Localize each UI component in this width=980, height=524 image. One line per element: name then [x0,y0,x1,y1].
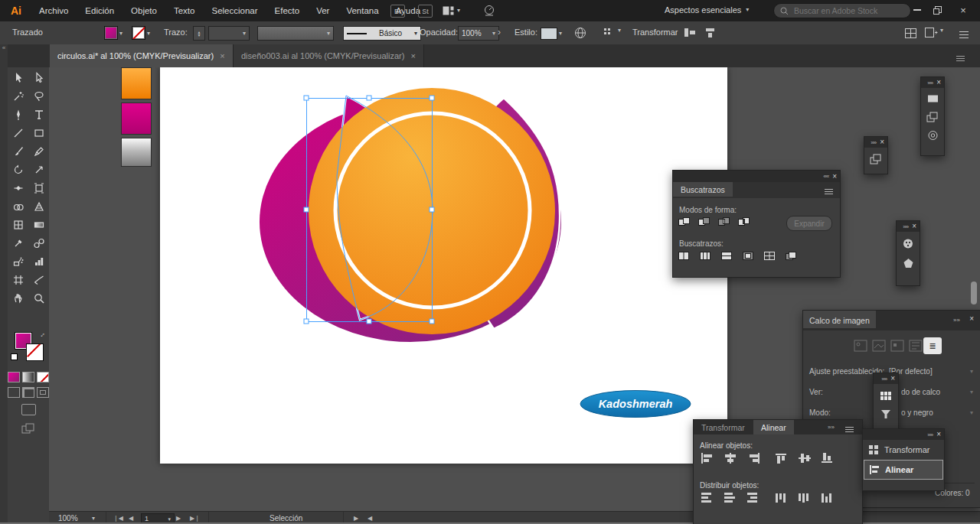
panel-menu-icon[interactable] [844,423,854,437]
gradient-swatch-orange[interactable] [121,67,152,99]
artboard-panel-icon[interactable] [923,90,942,107]
align-left-icon[interactable] [700,452,715,467]
close-icon[interactable]: × [832,173,837,181]
collapse-dock-icon[interactable]: « [2,44,5,51]
expand-icon[interactable]: »» [871,139,876,146]
unite-icon[interactable] [678,216,691,227]
control-menu-icon[interactable] [959,28,969,42]
view-value[interactable]: do de calco [901,388,940,396]
zoom-chevron-icon[interactable]: ▾ [92,516,95,522]
first-artboard-icon[interactable]: ❘◀ [113,515,123,522]
image-trace-tab[interactable]: Calco de imagen [803,311,876,328]
tool-varita-magica[interactable] [8,87,28,106]
graphic-style-swatch[interactable] [541,28,557,40]
close-icon[interactable]: × [880,138,884,146]
tool-seleccion-directa[interactable] [28,69,49,87]
panel-menu-icon[interactable] [824,185,834,199]
gradient-swatch-silver[interactable] [121,138,152,167]
menu-texto[interactable]: Texto [165,6,204,15]
search-input[interactable] [792,5,887,16]
expand-icon[interactable]: »» [881,376,887,382]
distribute-top-icon[interactable] [700,492,715,507]
menu-efecto[interactable]: Efecto [266,6,309,15]
expand-button[interactable]: Expandir [786,216,832,231]
pathfinder-tab[interactable]: Buscatrazos [673,182,733,197]
tool-creador-formas[interactable] [8,197,28,216]
tool-seleccion[interactable] [8,69,28,87]
tabbar-menu-icon[interactable] [956,52,965,66]
stroke-width-select[interactable]: ▾ [208,26,250,41]
tool-transformacion-libre[interactable] [28,179,49,197]
menu-archivo[interactable]: Archivo [31,6,77,15]
cloud-panel-icon[interactable] [923,127,942,144]
draw-behind-icon[interactable] [22,387,34,398]
tab-close-icon[interactable]: × [220,51,224,60]
last-artboard-icon[interactable]: ▶❘ [190,515,200,522]
tab-close-icon[interactable]: × [410,51,415,60]
close-icon[interactable]: × [936,79,941,86]
opacity-panel-arrow-icon[interactable]: › [498,27,501,37]
trace-auto-icon[interactable] [854,340,867,352]
align-right-icon[interactable] [746,452,761,467]
tool-fusion[interactable] [28,234,49,252]
stroke-color-swatch[interactable] [132,26,145,40]
menu-objeto[interactable]: Objeto [122,6,165,15]
shape-panel-icon[interactable] [899,255,917,272]
tool-cuadricula-perspectiva[interactable] [28,197,49,216]
tool-degradado[interactable] [28,216,49,234]
bridge-icon[interactable]: Br [390,5,405,18]
menu-edicion[interactable]: Edición [77,6,122,15]
align-bottom-icon[interactable] [821,452,836,467]
arrange-documents-icon[interactable]: ▾ [443,6,460,15]
tab-diseno003[interactable]: diseño003.ai al 100% (CMYK/Previsualizar… [234,44,424,67]
menu-ventana[interactable]: Ventana [338,6,387,15]
tool-sector[interactable] [28,271,49,289]
close-icon[interactable]: × [912,223,916,230]
trace-layers-button[interactable]: ≣ [923,337,942,354]
change-screen-icon[interactable] [21,423,35,434]
tool-texto[interactable] [28,106,49,124]
trace-grayscale-icon[interactable] [909,340,923,352]
trace-lowcolor-icon[interactable] [890,340,904,352]
mode-value[interactable]: o y negro [901,408,933,417]
dock-item-align[interactable]: Alinear [864,460,943,480]
align-vertical-icon[interactable] [704,27,718,41]
fill-color-swatch[interactable] [104,26,118,40]
menu-seleccionar[interactable]: Seleccionar [203,6,266,15]
color-button[interactable] [8,372,20,382]
workspace-switcher[interactable]: Aspectos esenciales ▾ [665,5,749,15]
distribute-middle-icon[interactable] [723,492,738,507]
transform-tab[interactable]: Transformar [701,423,745,432]
tool-malla[interactable] [8,216,28,234]
exclude-icon[interactable] [737,216,751,227]
tool-rociar-simbolos[interactable] [8,252,28,271]
tool-pincel[interactable] [8,142,28,161]
align-middle-v-icon[interactable] [798,452,813,467]
tool-mesa-trabajo[interactable] [8,271,28,289]
tool-rectangulo[interactable] [28,124,49,142]
merge-icon[interactable] [720,251,733,261]
kadoshmerah-logo[interactable]: Kadoshmerah [580,391,691,418]
swatch-grid-icon[interactable] [877,387,895,404]
mode-chevron-icon[interactable]: ▾ [970,410,973,416]
view-chevron-icon[interactable]: ▾ [970,389,973,395]
tool-cuentagotas[interactable] [8,234,28,252]
minus-back-icon[interactable] [785,251,797,261]
tool-zoom[interactable] [28,289,49,308]
intersect-icon[interactable] [717,216,731,227]
trace-highcolor-icon[interactable] [872,340,886,352]
stroke-width-stepper[interactable]: ▴▾ [193,26,205,41]
search-adobe-stock[interactable] [773,3,911,18]
stroke-color-box[interactable] [26,343,44,361]
funnel-icon[interactable] [877,405,895,422]
tool-escala[interactable] [28,161,49,179]
style-chevron-icon[interactable]: ▾ [559,31,562,37]
align-top-icon[interactable] [775,452,790,467]
status-play-icon[interactable]: ▶ [354,515,358,522]
tool-lazo[interactable] [28,87,49,106]
tab-circulos[interactable]: circulos.ai* al 100% (CMYK/Previsualizar… [50,44,234,67]
align-options-icon[interactable]: ▾ [603,28,621,37]
collapse-icon[interactable]: «« [823,173,828,180]
default-colors-icon[interactable] [11,353,18,360]
close-icon[interactable]: × [936,431,941,438]
